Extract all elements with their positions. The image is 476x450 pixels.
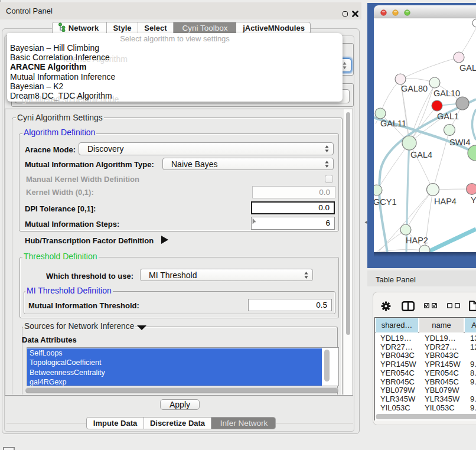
- svg-text:GAL80: GAL80: [401, 84, 428, 93]
- svg-text:SWI4: SWI4: [449, 138, 470, 147]
- svg-text:GAL4: GAL4: [410, 150, 432, 159]
- svg-text:GAL11: GAL11: [380, 119, 406, 128]
- svg-text:HAP2: HAP2: [406, 236, 428, 245]
- svg-text:GCY1: GCY1: [374, 197, 397, 207]
- svg-text:GAL10: GAL10: [433, 89, 460, 98]
- svg-text:GAL7: GAL7: [459, 63, 476, 73]
- svg-text:HAP4: HAP4: [434, 197, 457, 206]
- svg-text:Y: Y: [471, 195, 476, 205]
- svg-text:GAL1: GAL1: [437, 112, 459, 121]
